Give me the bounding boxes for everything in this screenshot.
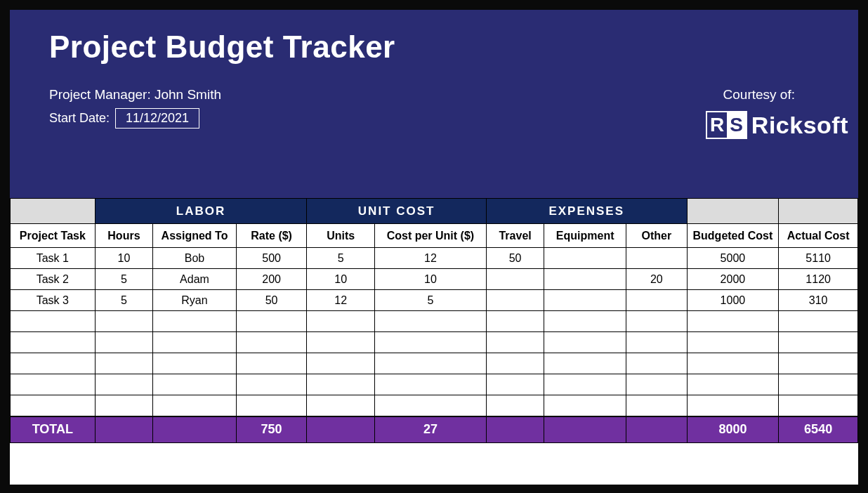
col-actual: Actual Cost — [779, 224, 858, 248]
table-row[interactable] — [11, 332, 858, 353]
cell-equipment[interactable] — [544, 395, 626, 416]
cell-actual[interactable] — [779, 311, 858, 332]
table-row[interactable] — [11, 311, 858, 332]
cell-equipment[interactable] — [544, 290, 626, 311]
table-row[interactable] — [11, 374, 858, 395]
cell-units[interactable]: 10 — [307, 269, 375, 290]
table-row[interactable]: Task 25Adam20010102020001120 — [11, 269, 858, 290]
cell-other[interactable]: 20 — [626, 269, 688, 290]
cell-travel[interactable] — [486, 311, 544, 332]
cell-assigned[interactable] — [153, 353, 237, 374]
cell-budgeted[interactable] — [687, 374, 779, 395]
cell-assigned[interactable]: Bob — [153, 248, 237, 269]
cell-cpu[interactable] — [374, 395, 486, 416]
cell-cpu[interactable] — [374, 353, 486, 374]
cell-equipment[interactable] — [544, 332, 626, 353]
cell-actual[interactable] — [779, 353, 858, 374]
start-date-input[interactable]: 11/12/2021 — [115, 108, 199, 129]
cell-assigned[interactable] — [153, 374, 237, 395]
logo-icon: RS — [706, 111, 747, 139]
cell-other[interactable] — [626, 311, 688, 332]
cell-task[interactable]: Task 2 — [11, 269, 96, 290]
cell-rate[interactable]: 500 — [236, 248, 307, 269]
table-row[interactable]: Task 110Bob5005125050005110 — [11, 248, 858, 269]
cell-hours[interactable] — [95, 395, 152, 416]
cell-travel[interactable] — [486, 395, 544, 416]
cell-units[interactable] — [307, 353, 375, 374]
cell-task[interactable] — [11, 353, 96, 374]
cell-task[interactable] — [11, 311, 96, 332]
cell-assigned[interactable] — [153, 311, 237, 332]
cell-units[interactable] — [307, 395, 375, 416]
cell-rate[interactable] — [236, 395, 307, 416]
cell-cpu[interactable] — [374, 374, 486, 395]
cell-assigned[interactable]: Ryan — [153, 290, 237, 311]
cell-assigned[interactable]: Adam — [153, 269, 237, 290]
cell-hours[interactable] — [95, 374, 152, 395]
cell-hours[interactable] — [95, 332, 152, 353]
cell-hours[interactable]: 5 — [95, 290, 152, 311]
cell-assigned[interactable] — [153, 395, 237, 416]
cell-travel[interactable] — [486, 269, 544, 290]
table-row[interactable] — [11, 353, 858, 374]
cell-actual[interactable] — [779, 332, 858, 353]
cell-units[interactable]: 12 — [307, 290, 375, 311]
cell-other[interactable] — [626, 248, 688, 269]
cell-cpu[interactable] — [374, 311, 486, 332]
cell-equipment[interactable] — [544, 311, 626, 332]
cell-budgeted[interactable]: 5000 — [687, 248, 779, 269]
cell-cpu[interactable]: 12 — [374, 248, 486, 269]
table-row[interactable] — [11, 395, 858, 416]
cell-travel[interactable]: 50 — [486, 248, 544, 269]
cell-budgeted[interactable] — [687, 353, 779, 374]
cell-actual[interactable]: 310 — [779, 290, 858, 311]
cell-actual[interactable]: 5110 — [779, 248, 858, 269]
cell-other[interactable] — [626, 332, 688, 353]
cell-rate[interactable] — [236, 311, 307, 332]
cell-hours[interactable] — [95, 353, 152, 374]
cell-rate[interactable]: 200 — [236, 269, 307, 290]
cell-travel[interactable] — [486, 290, 544, 311]
cell-units[interactable] — [307, 332, 375, 353]
cell-actual[interactable] — [779, 395, 858, 416]
table-row[interactable]: Task 35Ryan501251000310 — [11, 290, 858, 311]
cell-other[interactable] — [626, 290, 688, 311]
cell-equipment[interactable] — [544, 269, 626, 290]
cell-units[interactable] — [307, 374, 375, 395]
cell-other[interactable] — [626, 374, 688, 395]
cell-cpu[interactable]: 10 — [374, 269, 486, 290]
cell-task[interactable] — [11, 395, 96, 416]
cell-budgeted[interactable] — [687, 395, 779, 416]
cell-travel[interactable] — [486, 374, 544, 395]
cell-task[interactable] — [11, 374, 96, 395]
cell-budgeted[interactable] — [687, 311, 779, 332]
cell-actual[interactable]: 1120 — [779, 269, 858, 290]
cell-rate[interactable] — [236, 353, 307, 374]
cell-hours[interactable]: 10 — [95, 248, 152, 269]
cell-other[interactable] — [626, 353, 688, 374]
cell-task[interactable]: Task 3 — [11, 290, 96, 311]
cell-travel[interactable] — [486, 353, 544, 374]
cell-rate[interactable] — [236, 374, 307, 395]
cell-units[interactable] — [307, 311, 375, 332]
cell-actual[interactable] — [779, 374, 858, 395]
cell-hours[interactable] — [95, 311, 152, 332]
cell-hours[interactable]: 5 — [95, 269, 152, 290]
cell-units[interactable]: 5 — [307, 248, 375, 269]
cell-task[interactable]: Task 1 — [11, 248, 96, 269]
cell-budgeted[interactable]: 2000 — [687, 269, 779, 290]
cell-other[interactable] — [626, 395, 688, 416]
budget-table[interactable]: LABOR UNIT COST EXPENSES Project Task Ho… — [10, 198, 858, 443]
cell-task[interactable] — [11, 332, 96, 353]
cell-equipment[interactable] — [544, 374, 626, 395]
cell-budgeted[interactable]: 1000 — [687, 290, 779, 311]
cell-travel[interactable] — [486, 332, 544, 353]
cell-budgeted[interactable] — [687, 332, 779, 353]
cell-cpu[interactable] — [374, 332, 486, 353]
cell-rate[interactable]: 50 — [236, 290, 307, 311]
cell-rate[interactable] — [236, 332, 307, 353]
cell-cpu[interactable]: 5 — [374, 290, 486, 311]
cell-assigned[interactable] — [153, 332, 237, 353]
cell-equipment[interactable] — [544, 248, 626, 269]
cell-equipment[interactable] — [544, 353, 626, 374]
